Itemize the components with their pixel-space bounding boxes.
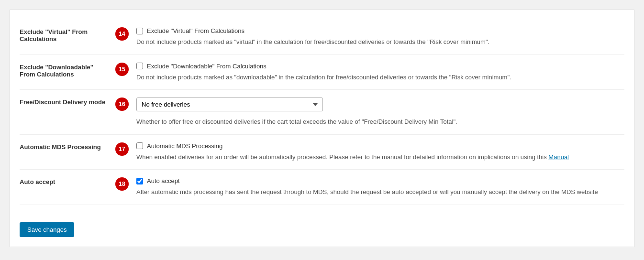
setting-content-16: No free deliveries Free delivery Discoun… [136, 98, 624, 127]
checkbox-auto-accept[interactable] [136, 178, 143, 184]
step-badge-17: 17 [115, 142, 129, 156]
setting-label-18: Auto accept [20, 177, 115, 185]
manual-link[interactable]: Manual [548, 153, 569, 161]
checkbox-exclude-downloadable[interactable] [136, 63, 143, 69]
setting-label-17: Automatic MDS Processing [20, 142, 115, 151]
setting-row-18: Auto accept 18 Auto accept After automat… [20, 170, 624, 205]
delivery-mode-select[interactable]: No free deliveries Free delivery Discoun… [136, 98, 323, 111]
description-16: Whether to offer free or discounted deli… [136, 117, 624, 127]
description-15: Do not include products marked as "downl… [136, 73, 624, 82]
option-label-14[interactable]: Exclude "Virtual" From Calculations [136, 27, 624, 34]
setting-label-15: Exclude "Downloadable" From Calculations [20, 63, 115, 78]
description-17: When enabled deliveries for an order wil… [136, 152, 624, 162]
setting-row-14: Exclude "Virtual" From Calculations 14 E… [20, 20, 624, 55]
option-label-17[interactable]: Automatic MDS Processing [136, 142, 624, 150]
step-badge-15: 15 [115, 63, 129, 76]
option-label-15[interactable]: Exclude "Downloadable" From Calculations [136, 63, 624, 70]
setting-content-15: Exclude "Downloadable" From Calculations… [136, 63, 624, 82]
step-badge-16: 16 [115, 98, 129, 111]
setting-content-17: Automatic MDS Processing When enabled de… [136, 142, 624, 162]
checkbox-exclude-virtual[interactable] [136, 28, 143, 34]
description-14: Do not include products marked as "virtu… [136, 37, 624, 47]
footer-row: Save changes [20, 205, 624, 237]
setting-label-16: Free/Discount Delivery mode [20, 98, 115, 106]
checkbox-automatic-mds[interactable] [136, 142, 143, 149]
setting-row-15: Exclude "Downloadable" From Calculations… [20, 55, 624, 90]
setting-row-17: Automatic MDS Processing 17 Automatic MD… [20, 135, 624, 170]
step-badge-14: 14 [115, 27, 129, 41]
description-18: After automatic mds processing has sent … [136, 187, 624, 197]
settings-form: Exclude "Virtual" From Calculations 14 E… [10, 10, 634, 247]
step-badge-18: 18 [115, 177, 129, 191]
setting-content-14: Exclude "Virtual" From Calculations Do n… [136, 27, 624, 47]
save-changes-button[interactable]: Save changes [20, 222, 74, 237]
option-label-18[interactable]: Auto accept [136, 177, 624, 184]
setting-content-18: Auto accept After automatic mds processi… [136, 177, 624, 197]
setting-row-16: Free/Discount Delivery mode 16 No free d… [20, 90, 624, 135]
setting-label-14: Exclude "Virtual" From Calculations [20, 27, 115, 43]
